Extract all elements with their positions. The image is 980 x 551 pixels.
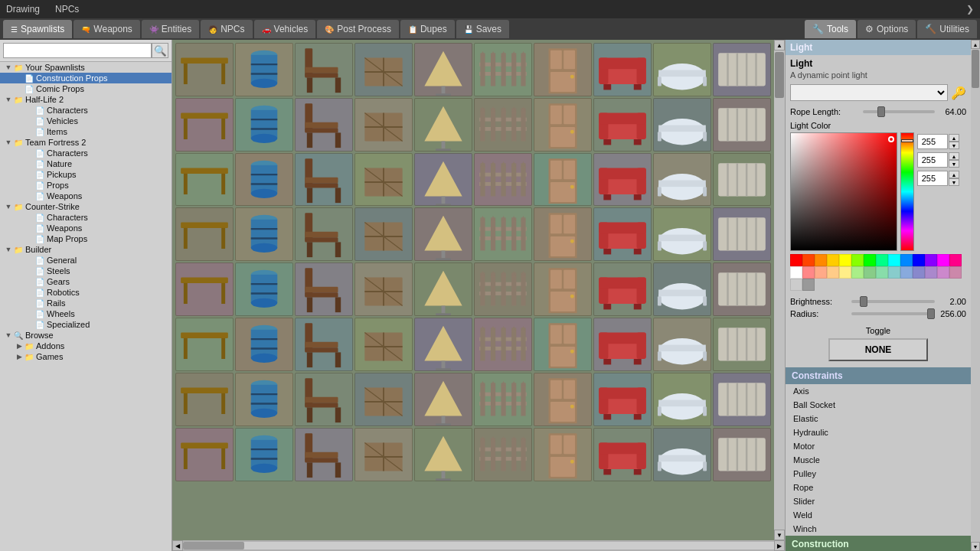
swatch-8[interactable] <box>888 254 900 266</box>
constraint-hydraulic[interactable]: Hydraulic <box>786 425 971 439</box>
tree-item-builder-gears[interactable]: 📄Gears <box>0 276 172 287</box>
tree-toggle-addons[interactable]: ▶ <box>14 342 24 350</box>
grid-item-56[interactable] <box>534 318 592 371</box>
grid-item-11[interactable] <box>235 98 293 152</box>
tree-item-hl2-items[interactable]: 📄Items <box>0 126 172 137</box>
tree-toggle-your-spawnlists[interactable]: ▼ <box>3 64 14 71</box>
grid-item-65[interactable] <box>474 373 532 426</box>
tree-item-hl2-characters[interactable]: 📄Characters <box>0 105 172 116</box>
rope-length-thumb[interactable] <box>877 106 885 117</box>
grid-item-7[interactable] <box>593 43 652 96</box>
grid-item-30[interactable] <box>175 207 234 261</box>
swatch-10[interactable] <box>913 254 925 266</box>
blue-down[interactable]: ▼ <box>949 178 959 186</box>
grid-item-73[interactable] <box>354 428 413 481</box>
swatch-27[interactable] <box>949 266 962 279</box>
hue-bar[interactable] <box>900 132 914 251</box>
grid-item-23[interactable] <box>354 153 413 207</box>
grid-item-15[interactable] <box>474 98 532 152</box>
grid-item-12[interactable] <box>295 98 353 152</box>
right-scroll-up[interactable]: ▲ <box>971 40 980 49</box>
grid-item-20[interactable] <box>175 153 234 207</box>
grid-item-67[interactable] <box>593 373 652 426</box>
grid-item-51[interactable] <box>235 318 293 371</box>
grid-item-55[interactable] <box>474 318 532 371</box>
tree-item-builder[interactable]: ▼📁Builder <box>0 244 172 255</box>
swatch-15[interactable] <box>802 266 815 279</box>
tree-item-counter-strike[interactable]: ▼📁Counter-Strike <box>0 201 172 212</box>
grid-item-58[interactable] <box>653 318 711 371</box>
swatch-19[interactable] <box>851 266 864 279</box>
scroll-down-btn[interactable]: ▼ <box>774 530 785 540</box>
grid-item-19[interactable] <box>713 98 771 152</box>
tab-postprocess[interactable]: 🎨 Post Process <box>317 20 399 38</box>
grid-item-57[interactable] <box>593 318 652 371</box>
menu-npcs[interactable]: NPCs <box>55 4 79 15</box>
tree-item-builder-robotics[interactable]: 📄Robotics <box>0 287 172 298</box>
scroll-thumb[interactable] <box>775 52 784 98</box>
light-type-dropdown[interactable] <box>790 84 948 101</box>
tree-item-tf2-nature[interactable]: 📄Nature <box>0 158 172 169</box>
grid-item-36[interactable] <box>534 207 592 261</box>
swatch-28[interactable] <box>790 279 802 291</box>
tree-item-tf2-props[interactable]: 📄Props <box>0 180 172 191</box>
tree-item-builder-specialized[interactable]: 📄Specialized <box>0 319 172 330</box>
swatch-5[interactable] <box>851 254 864 266</box>
menu-drawing[interactable]: Drawing <box>6 4 40 15</box>
constraint-motor[interactable]: Motor <box>786 439 971 453</box>
grid-item-49[interactable] <box>713 262 771 316</box>
tree-toggle-half-life-2[interactable]: ▼ <box>3 96 14 103</box>
grid-item-22[interactable] <box>295 153 353 207</box>
search-button[interactable]: 🔍 <box>152 43 168 58</box>
tree-toggle-team-fortress-2[interactable]: ▼ <box>3 139 14 146</box>
swatch-6[interactable] <box>864 254 876 266</box>
tab-spawnlists[interactable]: ☰ Spawnlists <box>3 20 72 38</box>
search-input[interactable] <box>3 43 152 58</box>
hscroll-right[interactable]: ▶ <box>774 540 785 551</box>
key-icon[interactable]: 🔑 <box>951 86 966 100</box>
grid-item-28[interactable] <box>653 153 711 207</box>
tree-item-team-fortress-2[interactable]: ▼📁Team Fortress 2 <box>0 137 172 148</box>
grid-item-52[interactable] <box>295 318 353 371</box>
grid-item-61[interactable] <box>235 373 293 426</box>
tree-item-tf2-characters[interactable]: 📄Characters <box>0 148 172 158</box>
tree-item-builder-rails[interactable]: 📄Rails <box>0 298 172 308</box>
tab-tools[interactable]: 🔧 Tools <box>805 20 856 38</box>
toggle-button[interactable]: NONE <box>828 338 928 361</box>
content-grid[interactable] <box>172 40 774 540</box>
swatch-3[interactable] <box>827 254 839 266</box>
grid-item-35[interactable] <box>474 207 532 261</box>
grid-item-53[interactable] <box>354 318 413 371</box>
grid-item-1[interactable] <box>235 43 293 96</box>
radius-thumb[interactable] <box>927 308 935 319</box>
tree-item-construction-props[interactable]: 📄Construction Props <box>0 73 172 83</box>
grid-item-77[interactable] <box>593 428 652 481</box>
tree-item-browse[interactable]: ▼🔍Browse <box>0 330 172 341</box>
swatch-14[interactable] <box>790 266 802 279</box>
swatch-13[interactable] <box>949 254 962 266</box>
right-scroll-thumb[interactable] <box>972 50 979 88</box>
grid-item-54[interactable] <box>414 318 472 371</box>
green-up[interactable]: ▲ <box>949 152 959 160</box>
grid-item-13[interactable] <box>354 98 413 152</box>
grid-item-48[interactable] <box>653 262 711 316</box>
hscroll-left[interactable]: ◀ <box>172 540 183 551</box>
swatch-9[interactable] <box>900 254 913 266</box>
tree-item-hl2-vehicles[interactable]: 📄Vehicles <box>0 116 172 126</box>
constraint-slider[interactable]: Slider <box>786 494 971 508</box>
red-down[interactable]: ▼ <box>949 142 959 149</box>
constraint-ball-socket[interactable]: Ball Socket <box>786 398 971 412</box>
grid-item-72[interactable] <box>295 428 353 481</box>
grid-item-43[interactable] <box>354 262 413 316</box>
grid-item-14[interactable] <box>414 98 472 152</box>
grid-item-25[interactable] <box>474 153 532 207</box>
grid-item-46[interactable] <box>534 262 592 316</box>
red-up[interactable]: ▲ <box>949 134 959 142</box>
grid-item-50[interactable] <box>175 318 234 371</box>
content-vscroll[interactable]: ▲ ▼ <box>774 40 785 540</box>
swatch-20[interactable] <box>864 266 876 279</box>
constraint-axis[interactable]: Axis <box>786 384 971 398</box>
grid-item-10[interactable] <box>175 98 234 152</box>
grid-item-27[interactable] <box>593 153 652 207</box>
swatch-26[interactable] <box>937 266 949 279</box>
